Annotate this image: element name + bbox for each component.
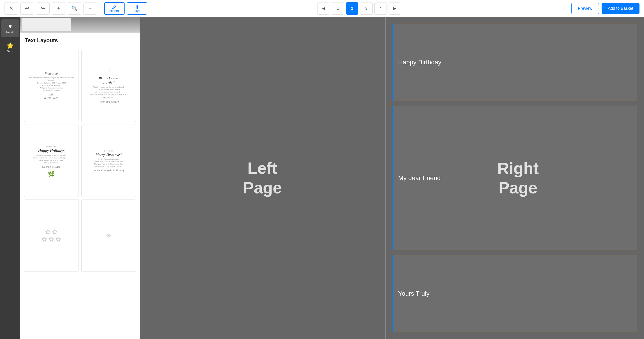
sidebar-item-sticker[interactable]: ⭐ Sticker	[1, 38, 19, 56]
left-page: Left Page	[140, 17, 386, 339]
layouts-icon: ♥	[8, 23, 12, 30]
right-page: Right Page Happy Birthday My dear Friend…	[386, 17, 644, 339]
sidebar-item-sticker-label: Sticker	[7, 50, 14, 52]
preview-button[interactable]: Preview	[571, 3, 599, 14]
layouts-panel: Text Layouts Welcome With hearts filled …	[20, 17, 140, 339]
layouts-grid: Welcome With hearts filled with love, we…	[20, 46, 140, 275]
save-label: SAVE	[134, 10, 140, 12]
panel-header: Text Layouts	[20, 33, 140, 46]
left-page-label-line1: Left	[243, 158, 282, 178]
layout-card-christmas[interactable]: ❄ ❄ ❄ Merry Christmas! Season's greeting…	[82, 124, 136, 197]
next-page-button[interactable]: ▶	[388, 2, 401, 15]
panel-title: Text Layouts	[25, 37, 58, 43]
layout-card-welcome[interactable]: Welcome With hearts filled with love, we…	[24, 50, 79, 122]
search-button[interactable]: 🔍	[68, 2, 81, 15]
save-icon: ⬆	[135, 4, 139, 10]
sun-icon: ☀	[106, 232, 112, 240]
layout-grateful-title: We are forevergrateful!	[86, 76, 132, 85]
layout-card-sun[interactable]: ☀	[82, 200, 136, 272]
add-button[interactable]: +	[52, 2, 66, 15]
expert-button[interactable]: 🖊 EXPERT	[104, 2, 124, 15]
happy-birthday-text: Happy Birthday	[398, 59, 441, 66]
layout-holiday-decoration: 🌿	[29, 171, 74, 177]
layout-christmas-title: Merry Christmas!	[86, 153, 132, 157]
layout-grateful-footer: Many thanks,	[86, 96, 132, 99]
panel-preview-thumb	[22, 18, 71, 31]
prev-page-button[interactable]: ◀	[318, 2, 330, 15]
layout-welcome-sig1: John	[29, 93, 74, 96]
layout-sun-content: ☀	[106, 232, 112, 240]
canvas-area: Left Page Right Page Happy Birthday My d…	[140, 17, 644, 339]
undo-button[interactable]: ↩	[20, 2, 34, 15]
layout-holiday-intro: We wish you	[29, 145, 74, 148]
toolbar-right: Preview Add to Basket	[571, 3, 640, 14]
sticker-icon: ⭐	[6, 42, 14, 49]
floral-icon: ✿ ✿✿ ✿ ✿	[42, 228, 61, 243]
layout-card-grateful[interactable]: ♡ We are forevergrateful! Thank you so m…	[82, 50, 136, 122]
layout-floral-content: ✿ ✿✿ ✿ ✿	[42, 228, 61, 243]
dear-friend-text: My dear Friend	[398, 174, 441, 182]
page-3-button[interactable]: 3	[360, 2, 372, 15]
expert-icon: 🖊	[112, 4, 117, 10]
layout-welcome-title: Welcome	[29, 72, 74, 76]
close-button[interactable]: ✕	[4, 2, 18, 15]
sidebar-item-layouts-label: Layouts	[6, 31, 14, 34]
layout-christmas-body: Season's greetings to youon this most ma…	[86, 158, 132, 168]
panel-top-strip	[20, 17, 140, 33]
happy-birthday-text-box[interactable]: Happy Birthday	[392, 24, 638, 101]
yours-truly-text: Yours Truly	[398, 290, 430, 297]
left-page-label-line2: Page	[243, 178, 282, 198]
page-4-button[interactable]: 4	[374, 2, 387, 15]
layout-grateful-heart: ♡	[86, 68, 132, 74]
page-1-button[interactable]: 1	[332, 2, 344, 15]
left-page-label: Left Page	[243, 158, 282, 198]
layout-welcome-sig2: & Elizabeth	[29, 96, 74, 100]
main-area: ♥ Layouts ⭐ Sticker Text Layouts Welcome…	[0, 17, 644, 339]
pagination: ◀ 1 2 3 4 ▶	[150, 2, 569, 15]
toolbar: ✕ ↩ ↪ + 🔍 − 🖊 EXPERT ⬆ SAVE ◀ 1 2 3 4 ▶ …	[0, 0, 644, 17]
layout-grateful-body: Thank you so much for the sweet card!We …	[86, 86, 132, 96]
layout-holiday-sig: George & Eliza	[29, 165, 74, 168]
layout-holiday-body: May the splendour of this festive time b…	[29, 154, 74, 164]
layout-card-floral[interactable]: ✿ ✿✿ ✿ ✿	[24, 200, 79, 272]
icon-sidebar: ♥ Layouts ⭐ Sticker	[0, 17, 20, 339]
layout-card-holiday[interactable]: We wish you Happy Holidays May the splen…	[24, 124, 79, 197]
layout-welcome-body: With hearts filled with love, we proudly…	[29, 76, 74, 92]
layout-christmas-deco-top: ❄ ❄ ❄	[86, 149, 132, 153]
dear-friend-text-box[interactable]: My dear Friend	[392, 106, 638, 250]
expert-label: EXPERT	[110, 10, 119, 12]
save-button[interactable]: ⬆ SAVE	[127, 2, 147, 15]
layout-grateful-sig: Peter and Sophie	[86, 100, 132, 104]
layout-christmas-sig: James & Angela & Family	[86, 168, 132, 172]
zoom-out-button[interactable]: −	[84, 2, 97, 15]
sidebar-item-layouts[interactable]: ♥ Layouts	[1, 19, 19, 37]
page-2-button[interactable]: 2	[346, 2, 358, 15]
add-to-basket-button[interactable]: Add to Basket	[602, 3, 640, 14]
redo-button[interactable]: ↪	[36, 2, 50, 15]
layout-holiday-title: Happy Holidays	[29, 148, 74, 153]
yours-truly-text-box[interactable]: Yours Truly	[392, 255, 638, 332]
